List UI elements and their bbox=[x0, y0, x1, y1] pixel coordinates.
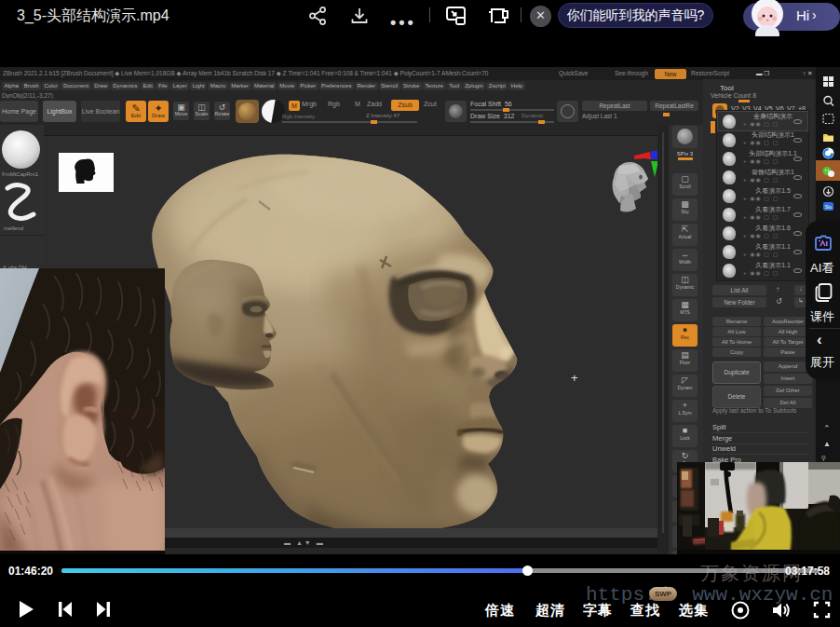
svg-text:Stu: Stu bbox=[825, 204, 833, 210]
